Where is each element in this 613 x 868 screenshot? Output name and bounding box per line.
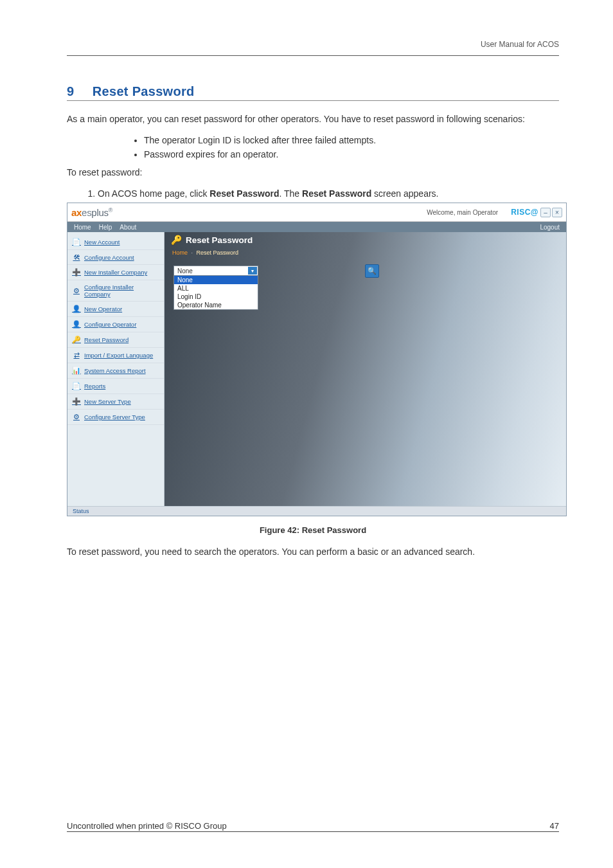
breadcrumb-home[interactable]: Home [172, 249, 188, 256]
sidebar-item-reset-password[interactable]: 🔑Reset Password [67, 332, 164, 348]
breadcrumb-current: Reset Password [197, 249, 239, 256]
search-button[interactable]: 🔍 [365, 264, 379, 278]
panel-title-text: Reset Password [186, 235, 253, 245]
plus-icon: ➕ [72, 397, 81, 406]
menu-logout[interactable]: Logout [540, 224, 560, 231]
sidebar-item-label: Configure Installer Company [84, 284, 159, 298]
to-reset-label: To reset password: [67, 166, 559, 179]
status-text: Status [73, 508, 89, 514]
dropdown-selected-value: None [177, 267, 193, 275]
step-bold: Reset Password [209, 188, 279, 199]
tools-icon: 🛠 [72, 253, 81, 261]
step-bold: Reset Password [302, 188, 371, 199]
dropdown-option-login-id[interactable]: Login ID [174, 293, 258, 301]
sidebar-item-label: Configure Account [84, 254, 134, 261]
sidebar-item-import-export-language[interactable]: ⇄Import / Export Language [67, 348, 164, 363]
sidebar-item-new-server-type[interactable]: ➕New Server Type [67, 394, 164, 410]
sidebar-item-label: Configure Server Type [84, 413, 145, 420]
transfer-icon: ⇄ [72, 351, 81, 359]
step-text: . The [279, 188, 302, 199]
sidebar-item-label: System Access Report [84, 367, 146, 374]
document-icon: 📄 [72, 382, 81, 390]
chevron-down-icon: ▾ [248, 267, 257, 275]
step-text: On ACOS home page, click [98, 188, 209, 199]
menu-about[interactable]: About [120, 224, 136, 231]
content-panel: 🔑 Reset Password Home · Reset Password N… [164, 232, 566, 506]
sidebar-item-label: New Installer Company [84, 269, 147, 276]
after-figure-text: To reset password, you need to search th… [67, 545, 559, 559]
key-icon: 🔑 [72, 336, 81, 344]
search-criteria-dropdown[interactable]: None ▾ [173, 266, 258, 276]
key-icon: 🔑 [171, 235, 182, 245]
menu-bar: Home Help About Logout [67, 222, 566, 232]
sidebar: 📄New Account 🛠Configure Account ➕New Ins… [67, 232, 164, 506]
plus-icon: ➕ [72, 268, 81, 276]
sidebar-item-system-access-report[interactable]: 📊System Access Report [67, 363, 164, 379]
menu-help[interactable]: Help [99, 224, 112, 231]
steps-list: On ACOS home page, click Reset Password.… [98, 188, 559, 199]
sidebar-item-configure-server-type[interactable]: ⚙Configure Server Type [67, 410, 164, 425]
panel-title: 🔑 Reset Password [171, 235, 253, 245]
sidebar-item-label: Import / Export Language [84, 352, 153, 359]
search-criteria-dropdown-group: None ▾ None ALL Login ID Operator Name [173, 266, 258, 310]
chevron-right-icon: · [191, 249, 193, 256]
header-right-text: User Manual for ACOS [481, 40, 559, 49]
search-icon: 🔍 [368, 267, 377, 275]
menu-home[interactable]: Home [74, 224, 91, 231]
window-buttons: – × [540, 208, 562, 217]
gear-icon: ⚙ [72, 287, 81, 295]
app-screenshot: axesplus® Welcome, main Operator RISC@ –… [67, 203, 567, 516]
app-titlebar: axesplus® Welcome, main Operator RISC@ –… [67, 203, 566, 222]
sidebar-item-label: New Operator [84, 305, 122, 312]
status-bar: Status [67, 506, 566, 516]
dropdown-list: None ALL Login ID Operator Name [173, 275, 258, 310]
user-icon: 👤 [72, 305, 81, 313]
figure-caption: Figure 42: Reset Password [67, 525, 559, 535]
sidebar-item-label: New Server Type [84, 398, 131, 405]
sidebar-item-label: Reset Password [84, 336, 129, 343]
sidebar-item-label: Reports [84, 383, 105, 390]
sidebar-item-reports[interactable]: 📄Reports [67, 379, 164, 394]
bullet-item: The operator Login ID is locked after th… [144, 135, 559, 145]
brand-logo: axesplus® [71, 207, 112, 218]
dropdown-option-operator-name[interactable]: Operator Name [174, 301, 258, 309]
sidebar-item-new-installer-company[interactable]: ➕New Installer Company [67, 265, 164, 280]
page-footer: Uncontrolled when printed © RISCO Group … [67, 821, 559, 832]
sidebar-item-new-account[interactable]: 📄New Account [67, 235, 164, 250]
close-icon[interactable]: × [552, 208, 562, 217]
step-text: screen appears. [371, 188, 438, 199]
sidebar-item-configure-installer-company[interactable]: ⚙Configure Installer Company [67, 280, 164, 302]
dropdown-option-all[interactable]: ALL [174, 284, 258, 293]
sidebar-item-label: Configure Operator [84, 321, 136, 328]
section-title: Reset Password [93, 84, 195, 98]
minimize-icon[interactable]: – [540, 208, 551, 217]
risco-logo: RISC@ [511, 208, 538, 217]
chart-icon: 📊 [72, 366, 81, 375]
intro-paragraph: As a main operator, you can reset passwo… [67, 113, 559, 126]
app-body: 📄New Account 🛠Configure Account ➕New Ins… [67, 232, 566, 506]
dropdown-option-none[interactable]: None [174, 276, 258, 284]
gear-icon: ⚙ [72, 413, 81, 421]
sidebar-item-configure-account[interactable]: 🛠Configure Account [67, 250, 164, 265]
sidebar-item-label: New Account [84, 239, 120, 246]
footer-left: Uncontrolled when printed © RISCO Group [67, 821, 227, 831]
bullet-list: The operator Login ID is locked after th… [144, 135, 559, 159]
page-number: 47 [550, 821, 559, 831]
sidebar-item-configure-operator[interactable]: 👤Configure Operator [67, 317, 164, 332]
user-icon: 👤 [72, 320, 81, 329]
section-number: 9 [67, 84, 89, 99]
section-heading: 9 Reset Password [67, 84, 559, 101]
document-icon: 📄 [72, 238, 81, 246]
sidebar-item-new-operator[interactable]: 👤New Operator [67, 302, 164, 317]
document-page: User Manual for ACOS 9 Reset Password As… [0, 0, 613, 868]
step-item: On ACOS home page, click Reset Password.… [98, 188, 559, 199]
breadcrumb: Home · Reset Password [172, 249, 238, 256]
page-header: User Manual for ACOS [67, 40, 559, 56]
bullet-item: Password expires for an operator. [144, 149, 559, 159]
welcome-text: Welcome, main Operator [427, 209, 498, 216]
